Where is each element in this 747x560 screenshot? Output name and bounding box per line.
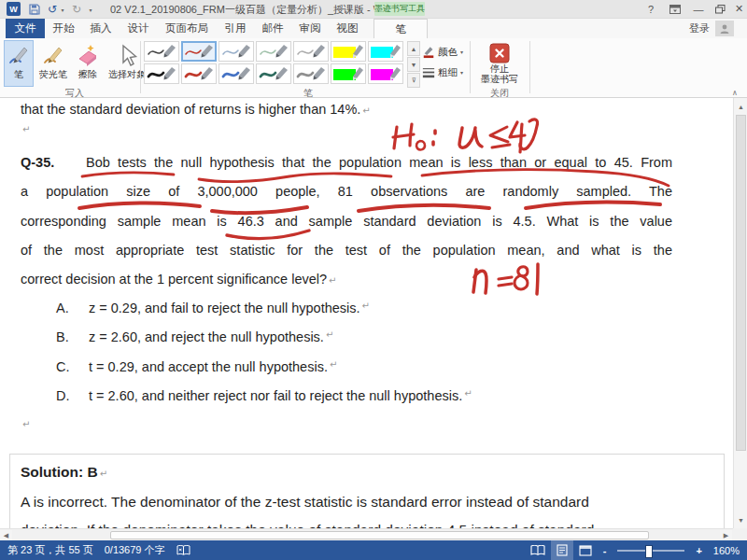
stop-inking-icon [489,43,510,63]
eraser-tool-button[interactable]: 擦除 [73,40,103,87]
paragraph-mark: ↵ [329,275,336,286]
tab-file[interactable]: 文件 [6,19,45,38]
restore-button[interactable] [710,0,730,18]
web-layout-button[interactable] [573,540,598,560]
scroll-down-icon[interactable]: ▼ [735,513,747,526]
redo-icon[interactable]: ↻ [69,2,84,17]
highlighter-swatch[interactable] [331,63,366,84]
tab-home[interactable]: 开始 [47,19,80,38]
tab-pen-active[interactable]: 笔 [374,19,428,38]
pen-tool-button[interactable]: 笔 [4,40,34,87]
save-icon[interactable] [26,2,43,17]
gallery-scroll-down-icon[interactable]: ▼ [407,57,420,72]
print-layout-button[interactable] [551,540,573,560]
ribbon-tab-row: 文件 开始 插入 设计 页面布局 引用 邮件 审阅 视图 笔 登录 [0,19,747,38]
question-line: corresponding sample mean is 46.3 and sa… [21,214,672,229]
table-border [9,454,10,528]
highlighter-swatch[interactable] [368,41,403,62]
close-group-label: 关闭 [473,87,526,100]
zoom-slider-thumb[interactable] [645,545,653,558]
customize-qat-icon[interactable]: ▾ [86,2,95,17]
tab-insert[interactable]: 插入 [84,19,118,38]
vertical-scroll-thumb[interactable] [736,115,746,451]
avatar[interactable] [715,21,734,36]
sign-in-link[interactable]: 登录 [689,19,710,38]
pen-swatch[interactable] [181,63,217,84]
horizontal-scrollbar[interactable]: ◀ ▶ [0,528,733,540]
tab-references[interactable]: 引用 [218,19,252,38]
word-window: W ↺ ▾ ↻ ▾ 02 V2.1_20190806_FRM一级百题（定量分析）… [0,0,747,560]
minimize-button[interactable]: — [688,0,709,18]
pen-swatch[interactable] [181,41,217,62]
ink-thickness-button[interactable]: 粗细 ▾ [422,63,471,81]
option-row-a: A. z = 0.29, and fail to reject the null… [56,301,370,315]
pen-swatch[interactable] [293,63,329,84]
group-divider [140,41,141,93]
pen-swatch[interactable] [144,41,179,62]
horizontal-scroll-thumb[interactable] [110,531,649,539]
close-button[interactable]: ✕ [731,0,747,18]
pen-swatch[interactable] [144,63,179,84]
ink-color-button[interactable]: 颜色 ▾ [422,43,471,61]
undo-icon[interactable]: ↺ [45,2,60,17]
pen-gallery [144,41,403,86]
option-row-d: D. t = 2.60, and neither reject nor fail… [56,388,472,403]
stop-inking-button[interactable]: 停止 墨迹书写 [473,40,526,91]
ink-color-icon [422,45,435,59]
tab-review[interactable]: 审阅 [293,19,327,38]
gallery-more-icon[interactable]: ⊽ [407,73,420,88]
option-letter: B. [56,329,89,344]
gallery-scroll-up-icon[interactable]: ▲ [407,41,420,56]
cursor-arrow-icon [116,44,138,66]
highlighter-swatch[interactable] [368,63,403,84]
collapse-ribbon-icon[interactable]: ∧ [727,87,742,98]
paragraph-mark: ↵ [22,124,30,134]
title-bar: W ↺ ▾ ↻ ▾ 02 V2.1_20190806_FRM一级百题（定量分析）… [0,0,747,19]
page-indicator[interactable]: 第 23 页，共 55 页 [0,540,99,560]
tab-view[interactable]: 视图 [331,19,364,38]
highlighter-icon [42,44,64,66]
pen-swatch[interactable] [256,63,291,84]
zoom-slider-track[interactable] [617,550,684,552]
option-letter: C. [56,359,89,374]
pen-swatch[interactable] [218,41,254,62]
option-text: z = 0.29, and fail to reject the null hy… [89,301,360,315]
pen-swatch[interactable] [218,63,254,84]
tab-design[interactable]: 设计 [121,19,155,38]
question-line: Q-35. Bob tests the null hypothesis that… [21,155,672,170]
zoom-slider[interactable] [612,540,690,560]
question-number: Q-35. [21,155,86,170]
select-objects-button[interactable]: 选择对象 [105,40,149,87]
ribbon-display-options-icon[interactable] [665,0,685,18]
ink-color-label: 颜色 [438,46,458,59]
pen-swatch[interactable] [293,41,329,62]
eraser-icon [77,44,99,66]
option-letter: D. [56,388,89,403]
highlighter-swatch[interactable] [331,41,366,62]
tab-layout[interactable]: 页面布局 [159,19,215,38]
help-button[interactable]: ? [641,0,661,18]
scrollbar-corner [733,528,747,540]
undo-dropdown-icon[interactable]: ▾ [59,2,66,17]
read-mode-button[interactable] [525,540,551,560]
paragraph-mark: ↵ [326,329,333,344]
ink-tools-contextual-label: 墨迹书写工具 [374,2,425,16]
word-app-icon[interactable]: W [7,2,21,16]
paragraph-mark: ↵ [464,388,472,403]
word-count[interactable]: 0/13679 个字 [99,540,171,560]
group-divider [529,41,530,93]
highlighter-tool-button[interactable]: 荧光笔 [35,40,71,87]
tab-mailings[interactable]: 邮件 [256,19,289,38]
proofing-status-icon[interactable] [171,540,196,560]
zoom-out-button[interactable]: - [598,540,613,560]
zoom-in-button[interactable]: + [690,540,707,560]
document-text-line: that the standard deviation of returns i… [21,102,371,117]
zoom-percentage[interactable]: 160% [708,540,747,560]
scroll-up-icon[interactable]: ▲ [735,100,747,113]
stop-inking-label-line1: 停止 [490,63,509,74]
paragraph-mark: ↵ [362,301,370,315]
pen-swatch[interactable] [256,41,291,62]
ink-thickness-icon [422,65,435,79]
document-page[interactable]: that the standard deviation of returns i… [0,98,733,528]
vertical-scrollbar[interactable]: ▲ ▼ [733,98,747,528]
